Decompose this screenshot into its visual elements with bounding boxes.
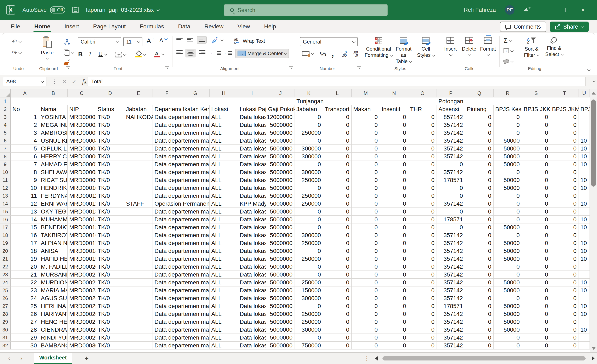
cell-transport[interactable]: 0 [323, 208, 352, 216]
cell-status[interactable]: TK/0 [96, 113, 124, 121]
cell-bpjs_kes[interactable]: 0 [494, 263, 522, 271]
cell-bpjs_j[interactable]: 10 [579, 302, 590, 310]
cell-absensi[interactable]: 357142 [437, 145, 465, 153]
hscroll-left-icon[interactable] [375, 356, 378, 361]
delete-cells-button[interactable]: Delete [460, 37, 478, 56]
column-header-S[interactable]: S [522, 89, 550, 98]
cell-piutang[interactable]: 0 [465, 326, 494, 334]
horizontal-scroll-thumb[interactable] [382, 356, 586, 360]
cell-gaji_pokok[interactable]: 5000000 [266, 176, 295, 184]
cell-lokasi[interactable]: ALL [210, 200, 238, 208]
column-header-N[interactable]: N [380, 89, 408, 98]
cell-bpjs_jkk[interactable]: 0 [522, 208, 550, 216]
find-select-button[interactable]: Find & Select [544, 37, 564, 57]
cell-status[interactable]: TK/0 [96, 216, 124, 223]
cell-tunj_jabatan[interactable]: 300000 [295, 231, 323, 239]
cell-insentif[interactable]: 0 [380, 129, 408, 137]
cell-insentif[interactable]: 0 [380, 294, 408, 302]
cell-departemen[interactable]: Data departemen masi [153, 208, 210, 216]
cell-departemen[interactable]: Data departemen masi [153, 231, 210, 239]
cell-nama[interactable]: HAFID HELM [39, 255, 68, 263]
cell-nama[interactable]: SHELAWAT [39, 168, 68, 176]
align-left-button[interactable] [176, 50, 183, 55]
row-header-16[interactable]: 16 [0, 216, 11, 223]
cell-thr[interactable]: 0 [408, 247, 437, 255]
cell-departemen[interactable]: Data departemen masi [153, 184, 210, 192]
cell-thr[interactable]: 0 [408, 334, 437, 342]
clear-button[interactable] [503, 59, 513, 63]
cell-nip[interactable]: MRD00011 [68, 192, 96, 200]
cell-bpjs_j[interactable]: 10 [579, 184, 590, 192]
cell-no[interactable]: 17 [11, 239, 39, 247]
cell-no[interactable]: 20 [11, 263, 39, 271]
cell-tunj_jabatan[interactable]: 250000 [295, 176, 323, 184]
cell-gaji_pokok[interactable]: 5000000 [266, 247, 295, 255]
cell-status[interactable]: TK/0 [96, 137, 124, 145]
row-header-29[interactable]: 29 [0, 318, 11, 326]
cell-gaji_pokok[interactable]: 5000000 [266, 160, 295, 168]
cell-transport[interactable]: 0 [323, 318, 352, 326]
cell-thr[interactable]: 0 [408, 200, 437, 208]
cell-makan[interactable]: 0 [352, 255, 380, 263]
cell-nama[interactable]: CIPLUK LIST [39, 145, 68, 153]
cell-lokasi_pajak[interactable]: Data lokasi [238, 121, 266, 129]
cell-nama[interactable]: USNUL KHA [39, 137, 68, 145]
cell-piutang[interactable]: 0 [465, 200, 494, 208]
decrease-indent-button[interactable]: ← [210, 50, 221, 56]
row-header-15[interactable]: 15 [0, 208, 11, 216]
cell-bpjs_jkm[interactable]: 0 [550, 145, 579, 153]
cell-gaji_pokok[interactable]: 5000000 [266, 153, 295, 160]
cell-nama[interactable]: MUHAMMA [39, 216, 68, 223]
cell-lokasi_pajak[interactable]: Data lokasi [238, 239, 266, 247]
cell-bpjs_kes[interactable]: 0 [494, 342, 522, 349]
cell-lokasi_pajak[interactable]: Data lokasi [238, 231, 266, 239]
cell-insentif[interactable]: 0 [380, 223, 408, 231]
cell-bpjs_kes[interactable]: 0 [494, 294, 522, 302]
cell-tunj_jabatan[interactable]: 300000 [295, 153, 323, 160]
cell-bpjs_j[interactable] [579, 294, 590, 302]
sheet-nav-right-icon[interactable]: › [21, 355, 22, 362]
cell-transport[interactable]: 0 [323, 223, 352, 231]
cell-tunj_jabatan[interactable]: 0 [295, 121, 323, 129]
cell-insentif[interactable]: 0 [380, 263, 408, 271]
cell-no[interactable]: 27 [11, 318, 39, 326]
cell-absensi[interactable]: 0 [437, 223, 465, 231]
column-header-L[interactable]: L [323, 89, 352, 98]
cell-departemen[interactable]: Data departemen masi [153, 279, 210, 286]
cell-status[interactable]: TK/0 [96, 334, 124, 342]
cell-bpjs_jkk[interactable]: 0 [522, 239, 550, 247]
increase-indent-button[interactable]: → [222, 50, 232, 56]
cell-nama[interactable]: MURDIONO [39, 279, 68, 286]
cell-makan[interactable]: 0 [352, 342, 380, 349]
cell-bpjs_jkk[interactable]: 0 [522, 121, 550, 129]
row-header-1[interactable]: 1 [0, 97, 11, 105]
vertical-scroll-thumb[interactable] [591, 100, 596, 187]
cell-status[interactable]: TK/0 [96, 184, 124, 192]
column-header-G[interactable]: G [181, 89, 210, 98]
cell-piutang[interactable]: 0 [465, 184, 494, 192]
cell-status[interactable]: TK/0 [96, 255, 124, 263]
cell-transport[interactable]: 0 [323, 271, 352, 279]
cell-makan[interactable]: 0 [352, 113, 380, 121]
cell-makan[interactable]: 0 [352, 334, 380, 342]
avatar[interactable]: RF [505, 5, 514, 15]
cell-header-nama[interactable]: Nama [39, 105, 68, 113]
cell-nip[interactable]: MRD00017 [68, 239, 96, 247]
cell-bpjs_jkm[interactable]: 0 [550, 184, 579, 192]
cell-absensi[interactable]: 178571 [437, 302, 465, 310]
cell-bpjs_jkk[interactable]: 0 [522, 168, 550, 176]
cell-jabatan[interactable] [124, 192, 153, 200]
cell-makan[interactable]: 0 [352, 263, 380, 271]
font-name-combobox[interactable]: Calibri [78, 37, 121, 46]
cell-piutang[interactable]: 0 [465, 216, 494, 223]
cell-nama[interactable]: ANISA [39, 247, 68, 255]
cell-piutang[interactable]: 0 [465, 208, 494, 216]
cell-bpjs_kes[interactable]: 0 [494, 113, 522, 121]
cell-nip[interactable]: MRD00029 [68, 334, 96, 342]
cell-bpjs_jkk[interactable]: 0 [522, 302, 550, 310]
cell-tunj_jabatan[interactable]: 250000 [295, 192, 323, 200]
cell-bpjs_kes[interactable]: 0 [494, 192, 522, 200]
cell-jabatan[interactable] [124, 271, 153, 279]
cell-bpjs_kes[interactable]: 50000 [494, 286, 522, 294]
cell-bpjs_kes[interactable]: 0 [494, 271, 522, 279]
